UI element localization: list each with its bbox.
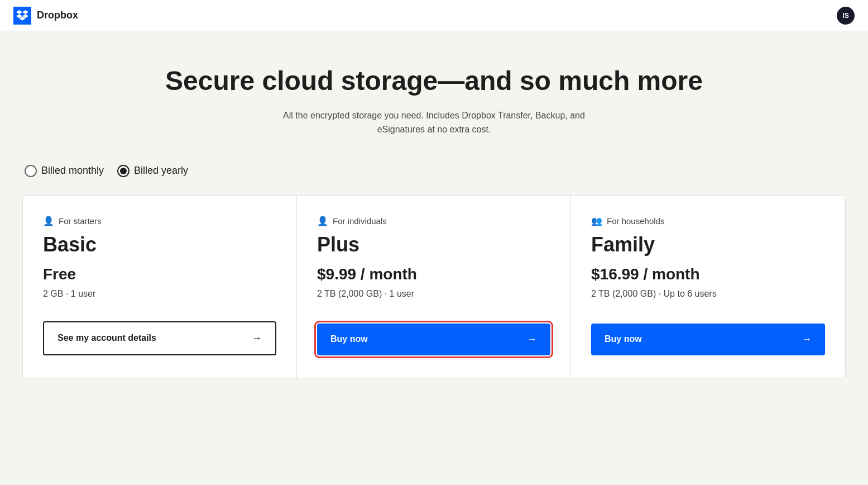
billing-yearly-label: Billed yearly [134, 165, 188, 177]
plan-card-basic: 👤 For starters Basic Free 2 GB · 1 user … [23, 196, 297, 378]
plan-family-name: Family [591, 233, 825, 256]
plan-basic-cta-label: See my account details [57, 333, 156, 343]
arrow-right-icon: → [802, 334, 812, 345]
plan-card-family: 👥 For households Family $16.99 / month 2… [571, 196, 845, 378]
billing-monthly-option[interactable]: Billed monthly [25, 165, 104, 177]
plan-plus-for-label: For individuals [333, 216, 387, 226]
billing-toggle: Billed monthly Billed yearly [22, 165, 846, 177]
plan-basic-price: Free [43, 265, 276, 283]
main-content: Secure cloud storage—and so much more Al… [0, 31, 868, 401]
hero-section: Secure cloud storage—and so much more Al… [22, 65, 846, 137]
header: Dropbox IS [0, 0, 868, 31]
people-icon: 👥 [591, 216, 602, 226]
plan-card-plus: 👤 For individuals Plus $9.99 / month 2 T… [297, 196, 571, 378]
plan-family-cta-label: Buy now [605, 334, 642, 344]
app-title: Dropbox [37, 9, 78, 21]
avatar[interactable]: IS [837, 7, 855, 25]
arrow-right-icon: → [252, 332, 262, 344]
billing-yearly-radio[interactable] [117, 165, 130, 177]
plan-plus-buy-button[interactable]: Buy now → [317, 324, 550, 355]
plan-plus-name: Plus [317, 233, 550, 256]
plan-plus-storage: 2 TB (2,000 GB) · 1 user [317, 289, 550, 301]
plan-basic-for: 👤 For starters [43, 216, 276, 226]
billing-yearly-radio-inner [120, 168, 127, 174]
person-icon: 👤 [317, 216, 328, 226]
hero-subtitle: All the encrypted storage you need. Incl… [267, 108, 602, 137]
billing-monthly-radio[interactable] [25, 165, 37, 177]
plan-basic-cta-button[interactable]: See my account details → [43, 321, 276, 355]
person-icon: 👤 [43, 216, 54, 226]
plans-grid: 👤 For starters Basic Free 2 GB · 1 user … [22, 195, 846, 378]
billing-yearly-option[interactable]: Billed yearly [117, 165, 188, 177]
plan-plus-for: 👤 For individuals [317, 216, 550, 226]
arrow-right-icon: → [527, 334, 537, 345]
hero-title: Secure cloud storage—and so much more [22, 65, 846, 97]
plan-family-for: 👥 For households [591, 216, 825, 226]
plan-family-buy-button[interactable]: Buy now → [591, 324, 825, 355]
plan-basic-name: Basic [43, 233, 276, 256]
header-left: Dropbox [13, 7, 78, 25]
plan-plus-cta-label: Buy now [330, 334, 368, 344]
plan-family-price: $16.99 / month [591, 265, 825, 283]
plan-basic-for-label: For starters [59, 216, 102, 226]
plan-family-for-label: For households [607, 216, 664, 226]
plan-plus-price: $9.99 / month [317, 265, 550, 283]
plan-basic-storage: 2 GB · 1 user [43, 289, 276, 299]
dropbox-logo-icon [13, 7, 31, 25]
billing-monthly-label: Billed monthly [41, 165, 104, 177]
plan-family-storage: 2 TB (2,000 GB) · Up to 6 users [591, 289, 825, 301]
